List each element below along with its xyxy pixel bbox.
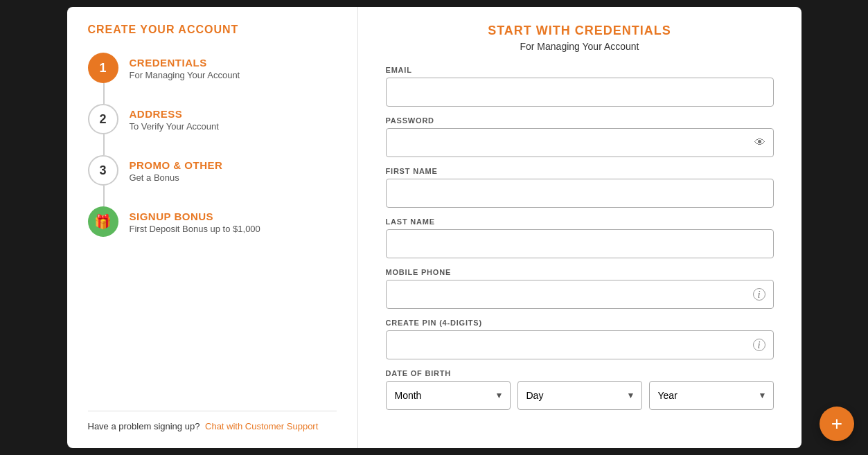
step-item-address: 2 ADDRESS To Verify Your Account — [88, 104, 337, 155]
firstname-input-wrapper — [386, 179, 774, 208]
email-label: EMAIL — [386, 66, 774, 74]
firstname-group: FIRST NAME — [386, 167, 774, 208]
password-group: PASSWORD 👁 — [386, 116, 774, 157]
step-circle-gift: 🎁 — [88, 206, 118, 237]
email-input[interactable] — [386, 78, 774, 107]
left-panel: CREATE YOUR ACCOUNT 1 CREDENTIALS For Ma… — [67, 7, 358, 448]
step-item-signup-bonus: 🎁 SIGNUP BONUS First Deposit Bonus up to… — [88, 206, 337, 237]
mobile-group: MOBILE PHONE i — [386, 268, 774, 309]
pin-input[interactable] — [386, 330, 774, 359]
day-select-wrapper: Day 1234 5678 9101112 13141516 17181920 … — [517, 381, 642, 410]
day-select[interactable]: Day 1234 5678 9101112 13141516 17181920 … — [517, 381, 642, 410]
modal-container: CREATE YOUR ACCOUNT 1 CREDENTIALS For Ma… — [67, 7, 801, 448]
email-input-wrapper — [386, 78, 774, 107]
step-subtitle-credentials: For Managing Your Account — [130, 70, 240, 80]
step-info-credentials: CREDENTIALS For Managing Your Account — [130, 53, 240, 80]
chat-support-link[interactable]: Chat with Customer Support — [205, 421, 318, 431]
fab-add-button[interactable]: + — [820, 407, 854, 441]
dob-label: DATE OF BIRTH — [386, 369, 774, 377]
step-item-credentials: 1 CREDENTIALS For Managing Your Account — [88, 53, 337, 104]
fab-plus-icon: + — [831, 413, 842, 435]
password-input-wrapper: 👁 — [386, 128, 774, 157]
step-circle-1: 1 — [88, 53, 118, 83]
step-item-promo: 3 PROMO & OTHER Get a Bonus — [88, 155, 337, 206]
password-label: PASSWORD — [386, 116, 774, 125]
bottom-bar: Have a problem signing up? Chat with Cus… — [88, 411, 337, 431]
step-subtitle-address: To Verify Your Account — [130, 121, 219, 132]
year-select-wrapper: Year 2005200420032002 2001200019991998 1… — [649, 381, 774, 410]
step-subtitle-signup-bonus: First Deposit Bonus up to $1,000 — [130, 224, 260, 234]
mobile-info-icon[interactable]: i — [753, 288, 765, 301]
mobile-input[interactable] — [386, 280, 774, 309]
lastname-input-wrapper — [386, 229, 774, 258]
lastname-label: LAST NAME — [386, 217, 774, 226]
step-circle-2: 2 — [88, 104, 118, 134]
step-info-address: ADDRESS To Verify Your Account — [130, 104, 219, 132]
step-circle-3: 3 — [88, 155, 118, 186]
mobile-label: MOBILE PHONE — [386, 268, 774, 276]
create-account-title: CREATE YOUR ACCOUNT — [88, 24, 337, 36]
month-select-wrapper: Month JanuaryFebruaryMarch AprilMayJune … — [386, 381, 511, 410]
dob-group: DATE OF BIRTH Month JanuaryFebruaryMarch… — [386, 369, 774, 410]
firstname-input[interactable] — [386, 179, 774, 208]
password-input[interactable] — [386, 128, 774, 157]
pin-group: CREATE PIN (4-DIGITS) i — [386, 319, 774, 359]
step-info-promo: PROMO & OTHER Get a Bonus — [130, 155, 223, 183]
right-panel: START WITH CREDENTIALS For Managing Your… — [358, 7, 801, 448]
year-select[interactable]: Year 2005200420032002 2001200019991998 1… — [649, 381, 774, 410]
password-eye-icon[interactable]: 👁 — [754, 136, 765, 149]
step-info-signup-bonus: SIGNUP BONUS First Deposit Bonus up to $… — [130, 206, 260, 234]
month-select[interactable]: Month JanuaryFebruaryMarch AprilMayJune … — [386, 381, 511, 410]
credentials-subtitle: For Managing Your Account — [386, 41, 774, 52]
pin-label: CREATE PIN (4-DIGITS) — [386, 319, 774, 327]
lastname-group: LAST NAME — [386, 217, 774, 258]
lastname-input[interactable] — [386, 229, 774, 258]
step-title-promo: PROMO & OTHER — [130, 159, 223, 171]
steps-container: 1 CREDENTIALS For Managing Your Account … — [88, 53, 337, 237]
pin-input-wrapper: i — [386, 330, 774, 359]
step-subtitle-promo: Get a Bonus — [130, 172, 223, 183]
step-title-address: ADDRESS — [130, 108, 219, 120]
pin-info-icon[interactable]: i — [753, 339, 765, 351]
dob-row: Month JanuaryFebruaryMarch AprilMayJune … — [386, 381, 774, 410]
mobile-input-wrapper: i — [386, 280, 774, 309]
step-title-signup-bonus: SIGNUP BONUS — [130, 211, 260, 222]
email-group: EMAIL — [386, 66, 774, 107]
step-title-credentials: CREDENTIALS — [130, 57, 240, 69]
firstname-label: FIRST NAME — [386, 167, 774, 175]
credentials-title: START WITH CREDENTIALS — [386, 24, 774, 38]
